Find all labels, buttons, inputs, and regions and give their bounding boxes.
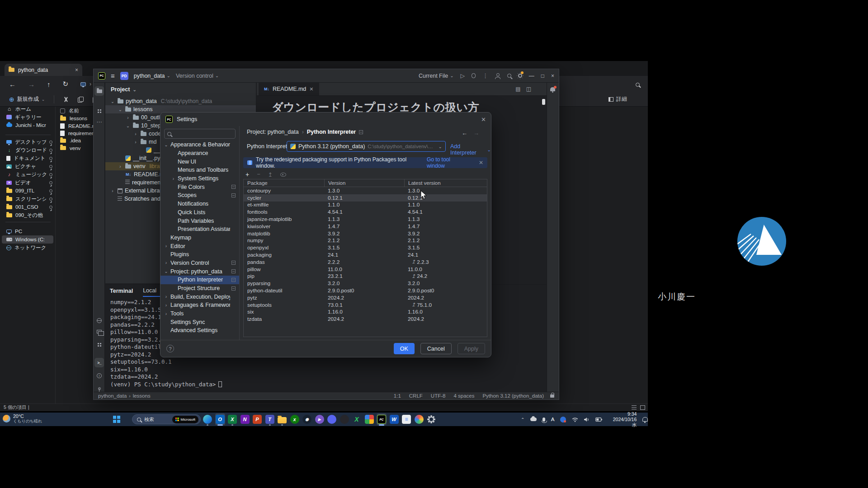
- settings-nav-item[interactable]: Scopes: [160, 191, 239, 200]
- settings-nav-item[interactable]: Path Variables: [160, 216, 239, 225]
- project-panel-header[interactable]: Project ⌄: [105, 83, 256, 96]
- volume-icon[interactable]: [584, 417, 590, 422]
- taskbar-app-icon[interactable]: N: [240, 413, 250, 425]
- taskbar-app-icon[interactable]: T: [265, 413, 275, 425]
- details-pane-button[interactable]: 詳細: [609, 95, 627, 103]
- package-row[interactable]: pyparsing 3.2.0 ↥ 3.2.0: [244, 280, 487, 287]
- close-dialog-icon[interactable]: ✕: [481, 116, 486, 123]
- nav-chevron-icon[interactable]: ⌄: [163, 269, 169, 274]
- settings-nav-item[interactable]: Plugins: [160, 250, 239, 259]
- package-row[interactable]: python-dateutil 2.9.0.post0 ↥ 2.9.0.post…: [244, 287, 487, 294]
- interpreter-select[interactable]: Python 3.12 (python_data) C:\study\pytho…: [287, 141, 446, 152]
- tree-chevron-icon[interactable]: ›: [118, 164, 123, 169]
- taskbar-app-icon[interactable]: P: [252, 413, 262, 425]
- select-all-checkbox[interactable]: [60, 108, 65, 113]
- sidebar-item[interactable]: 099_ITL: [0, 187, 55, 195]
- uninstall-package-icon[interactable]: −: [257, 171, 260, 178]
- taskbar-app-icon[interactable]: [426, 413, 436, 425]
- apply-button[interactable]: Apply: [458, 343, 485, 354]
- show-early-releases-icon[interactable]: [280, 173, 286, 177]
- app-indicator-icon[interactable]: [560, 417, 566, 422]
- settings-nav-item[interactable]: Settings Sync: [160, 318, 239, 326]
- settings-nav-item[interactable]: Quick Lists: [160, 208, 239, 217]
- vcs-widget[interactable]: Version control⌄: [176, 73, 219, 79]
- tree-chevron-icon[interactable]: ›: [133, 131, 138, 136]
- sidebar-item[interactable]: ホーム: [0, 105, 55, 113]
- nav-chevron-icon[interactable]: ⌄: [163, 142, 169, 147]
- sidebar-item[interactable]: ギャラリー: [0, 113, 55, 121]
- taskbar-app-icon[interactable]: ▶: [315, 413, 325, 425]
- tray-overflow-icon[interactable]: ⌃: [521, 417, 524, 422]
- settings-nav-item[interactable]: Menus and Toolbars: [160, 166, 239, 174]
- taskbar-app-icon[interactable]: [277, 413, 287, 425]
- package-row[interactable]: kiwisolver 1.4.7 ↥ 1.4.7: [244, 223, 487, 230]
- taskbar-search[interactable]: 検索 Microsoft: [132, 414, 201, 424]
- history-back-icon[interactable]: ←: [462, 130, 467, 136]
- upgrade-package-icon[interactable]: ↥: [268, 171, 273, 178]
- taskbar-app-icon[interactable]: X: [227, 413, 237, 425]
- services-tool-icon[interactable]: [94, 327, 104, 336]
- history-forward-icon[interactable]: →: [473, 130, 479, 136]
- run-config-widget[interactable]: Current File⌄: [419, 73, 454, 79]
- settings-nav-item[interactable]: Presentation Assistant: [160, 225, 239, 234]
- microphone-icon[interactable]: [542, 418, 545, 422]
- settings-nav-item[interactable]: Python Interpreter: [160, 276, 239, 284]
- package-row[interactable]: pillow 11.0.0 ↥ 11.0.0: [244, 266, 487, 273]
- settings-nav-item[interactable]: ⌄ Project: python_data: [160, 267, 239, 276]
- more-tools-icon[interactable]: ⋯: [94, 117, 104, 127]
- settings-nav-item[interactable]: › System Settings: [160, 174, 239, 183]
- sidebar-item[interactable]: 090_その他: [0, 211, 55, 219]
- package-row[interactable]: numpy 2.1.2 ↥ 2.1.2: [244, 237, 487, 244]
- tree-chevron-icon[interactable]: ⌄: [110, 99, 115, 104]
- run-button[interactable]: ▷: [461, 72, 465, 79]
- nav-chevron-icon[interactable]: ›: [163, 260, 169, 265]
- taskbar-app-icon[interactable]: [340, 413, 349, 425]
- notification-center-icon[interactable]: [642, 417, 648, 422]
- package-row[interactable]: pandas 2.2.2 ↥ 2.2.3: [244, 258, 487, 266]
- status-breadcrumb[interactable]: python_data › lessons: [98, 393, 151, 399]
- column-header[interactable]: Package: [244, 179, 324, 187]
- start-button[interactable]: [113, 416, 120, 423]
- debug-button[interactable]: [472, 73, 476, 78]
- nav-chevron-icon[interactable]: ›: [163, 311, 169, 316]
- settings-nav-item[interactable]: › Tools: [160, 310, 239, 318]
- taskbar-app-icon[interactable]: x: [290, 413, 300, 425]
- sidebar-item[interactable]: ドキュメント: [0, 154, 55, 162]
- tree-chevron-icon[interactable]: ⌄: [118, 107, 123, 112]
- settings-nav-item[interactable]: Advanced Settings: [160, 326, 239, 335]
- tree-chevron-icon[interactable]: ›: [133, 140, 138, 145]
- taskbar-app-icon[interactable]: [203, 413, 212, 425]
- package-row[interactable]: packaging 24.1 ↥ 24.1: [244, 251, 487, 258]
- sidebar-item[interactable]: PC: [0, 227, 55, 235]
- taskbar-app-icon[interactable]: [327, 413, 337, 425]
- sidebar-item[interactable]: ネットワーク: [0, 244, 55, 252]
- minimize-button[interactable]: —: [529, 73, 534, 79]
- back-button[interactable]: ←: [9, 80, 16, 88]
- explorer-search-icon[interactable]: [636, 80, 640, 88]
- refresh-button[interactable]: ↻: [63, 80, 69, 88]
- package-row[interactable]: et-xmlfile 1.1.0 ↥ 1.1.0: [244, 202, 487, 209]
- status-item[interactable]: 1:1: [394, 393, 401, 399]
- package-row[interactable]: tzdata 2024.2 ↥ 2024.2: [244, 315, 487, 323]
- nav-chevron-icon[interactable]: ›: [170, 176, 176, 181]
- terminal-tool-icon[interactable]: >_: [94, 358, 104, 367]
- status-item[interactable]: 4 spaces: [453, 393, 474, 399]
- add-interpreter-link[interactable]: Add Interpreter ⌄: [450, 143, 491, 156]
- terminal-prompt[interactable]: (venv) PS C:\study\python_data>: [110, 381, 222, 389]
- weather-widget[interactable]: 20°C くもりのち晴れ: [3, 413, 42, 423]
- taskbar-app-icon[interactable]: [364, 413, 374, 425]
- icons-view-icon[interactable]: [640, 405, 645, 410]
- settings-nav-item[interactable]: New UI: [160, 157, 239, 166]
- dismiss-banner-icon[interactable]: ✕: [479, 160, 483, 166]
- web-tool-icon[interactable]: [94, 316, 104, 325]
- ime-indicator[interactable]: A: [551, 417, 555, 422]
- new-button[interactable]: ⊕ 新規作成 ⌄: [9, 95, 45, 103]
- sidebar-item[interactable]: ピクチャ: [0, 162, 55, 170]
- breadcrumb-parent[interactable]: Project: python_data: [247, 129, 299, 135]
- close-tab-icon[interactable]: ×: [75, 67, 78, 73]
- nav-chevron-icon[interactable]: ›: [163, 294, 169, 299]
- package-row[interactable]: matplotlib 3.9.2 ↥ 3.9.2: [244, 230, 487, 237]
- wifi-icon[interactable]: [572, 417, 578, 422]
- editor-scrollbar-thumb[interactable]: [542, 99, 545, 105]
- package-row[interactable]: six 1.16.0 ↥ 1.16.0: [244, 309, 487, 316]
